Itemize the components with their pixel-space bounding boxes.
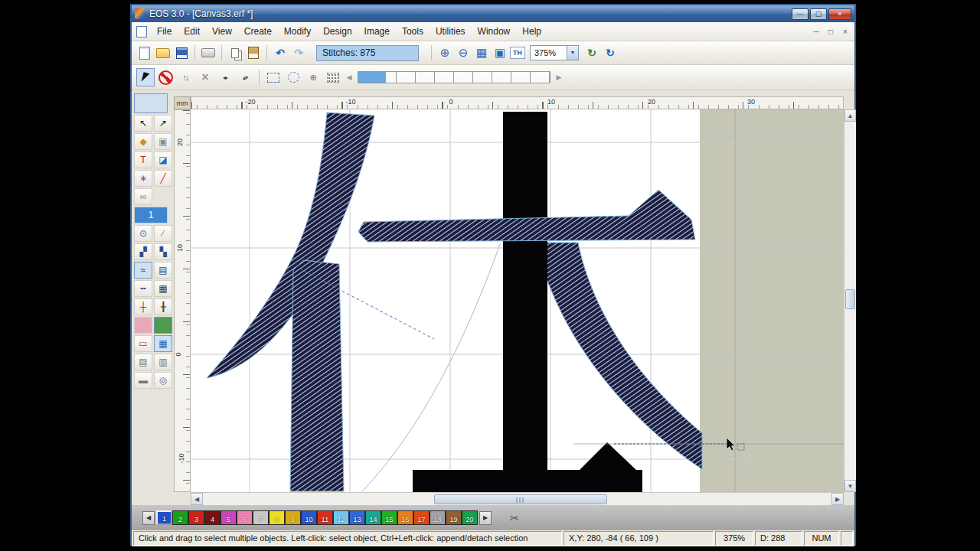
- menu-modify[interactable]: Modify: [278, 23, 317, 40]
- title-bar[interactable]: EOS 3.0 - [Canvas3.erf *] — ▢ ×: [132, 5, 854, 22]
- mirror-horizontal-icon[interactable]: ◂▸: [216, 68, 234, 86]
- text-tool-icon[interactable]: T: [134, 152, 152, 168]
- color-swatch-6[interactable]: 6: [237, 510, 253, 525]
- align-horizontal-icon[interactable]: ┼: [134, 298, 152, 315]
- menu-file[interactable]: File: [151, 23, 178, 40]
- new-document-icon[interactable]: [136, 44, 153, 61]
- color-1-button[interactable]: 1: [134, 207, 168, 223]
- mdi-minimize-button[interactable]: ─: [810, 28, 822, 36]
- node-edit-tool-icon[interactable]: ↗: [154, 115, 172, 132]
- open-folder-icon[interactable]: [155, 44, 172, 61]
- menu-utilities[interactable]: Utilities: [430, 23, 472, 40]
- stitch-vertical-band[interactable]: [290, 260, 344, 491]
- menu-design[interactable]: Design: [317, 23, 358, 40]
- ruler-unit-badge[interactable]: mm: [174, 96, 191, 109]
- delete-icon[interactable]: ×: [196, 68, 214, 86]
- color-swatch-5[interactable]: 5: [220, 510, 237, 525]
- spool-tool-icon[interactable]: ◎: [154, 372, 172, 389]
- horizontal-scroll-thumb[interactable]: [434, 494, 607, 504]
- menu-window[interactable]: Window: [472, 23, 517, 40]
- color-swatch-3[interactable]: 3: [188, 510, 204, 525]
- align-vertical-icon[interactable]: ╂: [154, 298, 172, 315]
- cut-icon[interactable]: ✂: [510, 512, 519, 524]
- lasso-select-icon[interactable]: [284, 68, 302, 86]
- copy-icon[interactable]: [227, 44, 243, 61]
- menu-tools[interactable]: Tools: [396, 23, 430, 40]
- document-icon[interactable]: [136, 26, 147, 37]
- no-entry-icon[interactable]: [156, 68, 175, 86]
- menu-create[interactable]: Create: [238, 23, 278, 40]
- chain-tool-icon[interactable]: ∞: [134, 188, 152, 205]
- color-swatch-8[interactable]: 8: [269, 510, 285, 525]
- zoom-previous-icon[interactable]: ↻: [583, 44, 600, 61]
- maximize-button[interactable]: ▢: [810, 8, 827, 20]
- app-icon[interactable]: [135, 8, 145, 19]
- run-stitch-icon[interactable]: ╍: [134, 280, 152, 297]
- undo-icon[interactable]: ↶: [272, 44, 289, 61]
- color-swatch-16[interactable]: 16: [397, 510, 413, 525]
- stitch-preview-button[interactable]: [134, 93, 168, 113]
- slider-next-icon[interactable]: ▶: [554, 71, 564, 83]
- mirror-vertical-icon[interactable]: ▴▾: [236, 68, 254, 86]
- color-swatch-13[interactable]: 13: [349, 510, 365, 525]
- vertical-scrollbar[interactable]: ▲ ▼: [844, 109, 856, 492]
- color-swatch-12[interactable]: 12: [333, 510, 349, 525]
- scroll-up-icon[interactable]: ▲: [844, 109, 856, 122]
- vertical-scroll-thumb[interactable]: [845, 289, 855, 309]
- ruler-left[interactable]: 20 10 0 -10: [174, 109, 191, 492]
- stamp-tool-icon[interactable]: ▣: [154, 133, 172, 150]
- zoom-fit-icon[interactable]: ▣: [492, 44, 508, 61]
- slider-prev-icon[interactable]: ◀: [344, 71, 354, 83]
- grid-tool-icon[interactable]: ▦: [154, 335, 172, 352]
- color-swatch-19[interactable]: 19: [446, 510, 462, 525]
- vertical-stroke-outline[interactable]: [503, 112, 547, 492]
- zoom-out-icon[interactable]: ⊖: [455, 44, 472, 61]
- ruler-top[interactable]: -20 -10 0 10 20 30: [191, 96, 844, 109]
- color-swatch-20[interactable]: 20: [462, 510, 478, 525]
- redraw-icon[interactable]: ↻: [602, 44, 619, 61]
- menu-view[interactable]: View: [206, 23, 238, 40]
- color-swatch-7[interactable]: 7: [253, 510, 269, 525]
- fill-tool-icon[interactable]: [154, 317, 172, 334]
- stitch-graph-icon[interactable]: ▚: [154, 243, 172, 260]
- paste-icon[interactable]: [245, 44, 262, 61]
- status-resize-grip[interactable]: [841, 531, 853, 546]
- shape-tool-icon[interactable]: ◪: [154, 152, 172, 168]
- zoom-level-dropdown[interactable]: 375% ▼: [530, 45, 579, 60]
- color-swatch-9[interactable]: 9: [285, 510, 301, 525]
- reorder-icon[interactable]: ↑↓: [176, 68, 194, 86]
- pointer-tool-button[interactable]: [136, 68, 155, 86]
- knife-tool-icon[interactable]: ╱: [154, 170, 172, 187]
- import-tool-icon[interactable]: ▥: [154, 354, 172, 370]
- chevron-down-icon[interactable]: ▼: [567, 46, 578, 60]
- print-icon[interactable]: [200, 44, 217, 61]
- zoom-tool-icon[interactable]: ⊙: [134, 225, 152, 242]
- menu-help[interactable]: Help: [516, 23, 547, 40]
- color-swatch-15[interactable]: 15: [381, 510, 397, 525]
- minimize-button[interactable]: —: [792, 8, 808, 20]
- color-swatch-10[interactable]: 10: [301, 510, 317, 525]
- stitch-select-icon[interactable]: [324, 68, 342, 86]
- menu-edit[interactable]: Edit: [178, 23, 206, 40]
- color-swatch-11[interactable]: 11: [317, 510, 333, 525]
- close-button[interactable]: ×: [828, 8, 851, 20]
- measure-tool-icon[interactable]: ▬: [134, 372, 152, 389]
- zigzag-stitch-icon[interactable]: ≈: [134, 262, 152, 279]
- color-swatch-17[interactable]: 17: [413, 510, 430, 525]
- palette-prev-icon[interactable]: ◀: [142, 511, 155, 525]
- color-swatch-14[interactable]: 14: [365, 510, 381, 525]
- zoom-in-icon[interactable]: ⊕: [436, 44, 453, 61]
- rect-select-icon[interactable]: [264, 68, 283, 86]
- save-icon[interactable]: [173, 44, 190, 61]
- film-strip-icon[interactable]: ▦: [154, 280, 172, 297]
- stitch-density-icon[interactable]: ▞: [134, 243, 152, 260]
- horizontal-scrollbar[interactable]: ◀ ▶: [191, 492, 844, 505]
- zoom-grid-icon[interactable]: ▦: [473, 44, 490, 61]
- outline-tool-icon[interactable]: ▭: [134, 335, 152, 352]
- color-swatch-2[interactable]: 2: [172, 510, 188, 525]
- color-swatch-4[interactable]: 4: [204, 510, 220, 525]
- scroll-left-icon[interactable]: ◀: [191, 493, 203, 505]
- select-tool-icon[interactable]: ↖: [134, 115, 152, 132]
- menu-image[interactable]: Image: [358, 23, 396, 40]
- color-swatch-18[interactable]: 18: [430, 510, 446, 525]
